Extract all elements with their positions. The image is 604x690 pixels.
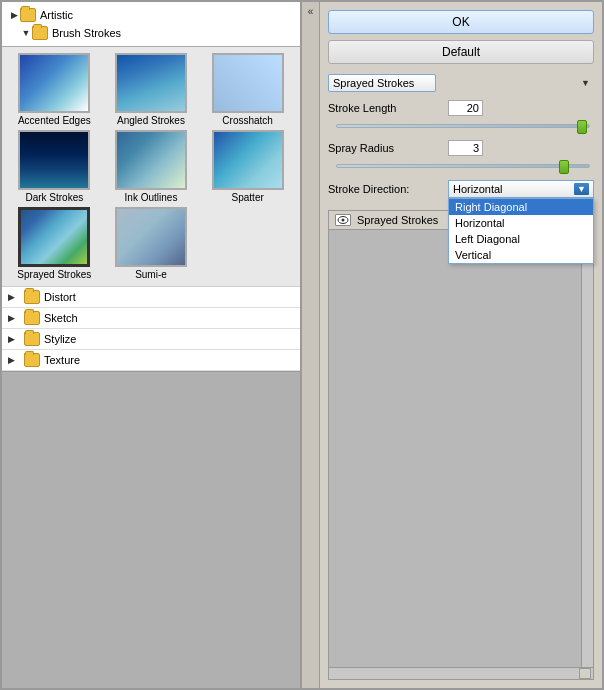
spray-radius-slider-row <box>328 164 594 168</box>
filter-select-wrapper: Sprayed Strokes <box>328 74 594 92</box>
thumb-img-accented <box>18 53 90 113</box>
thumb-label-accented: Accented Edges <box>18 115 91 126</box>
folder-icon-texture <box>24 353 40 367</box>
arrow-texture: ▶ <box>8 355 20 365</box>
filter-preview-section: Sprayed Strokes <box>328 210 594 680</box>
direction-dropdown-arrow: ▼ <box>574 183 589 195</box>
arrow-brush-strokes: ▼ <box>20 27 32 39</box>
left-panel: ▶ Artistic ▼ Brush Strokes Accented Edge… <box>2 2 302 688</box>
direction-selected-text: Horizontal <box>453 183 503 195</box>
thumbnail-grid: Accented Edges Angled Strokes Crosshatch… <box>2 47 300 286</box>
thumb-crosshatch[interactable]: Crosshatch <box>201 53 294 126</box>
thumb-img-spatter <box>212 130 284 190</box>
spray-radius-thumb <box>559 160 569 174</box>
spray-radius-input[interactable] <box>448 140 483 156</box>
scrollbar-corner <box>579 668 591 679</box>
thumb-spatter[interactable]: Spatter <box>201 130 294 203</box>
thumb-sumie[interactable]: Sumi-e <box>105 207 198 280</box>
filter-select[interactable]: Sprayed Strokes <box>328 74 436 92</box>
stroke-length-label: Stroke Length <box>328 102 448 114</box>
stroke-direction-wrapper: Horizontal ▼ Right Diagonal Horizontal L… <box>448 180 594 198</box>
filter-preview-inner <box>329 230 593 667</box>
category-list: ▶ Distort ▶ Sketch ▶ Stylize ▶ Texture <box>2 286 300 371</box>
thumb-label-dark: Dark Strokes <box>25 192 83 203</box>
stroke-length-slider-row <box>328 124 594 128</box>
stroke-length-row: Stroke Length <box>328 100 594 116</box>
visibility-icon[interactable] <box>335 214 351 226</box>
thumb-label-angled: Angled Strokes <box>117 115 185 126</box>
default-button[interactable]: Default <box>328 40 594 64</box>
arrow-sketch: ▶ <box>8 313 20 323</box>
tree-item-brush-strokes[interactable]: ▼ Brush Strokes <box>2 24 300 42</box>
folder-icon-sketch <box>24 311 40 325</box>
arrow-distort: ▶ <box>8 292 20 302</box>
left-preview-area <box>2 371 300 688</box>
direction-option-horizontal[interactable]: Horizontal <box>449 215 593 231</box>
spray-radius-track[interactable] <box>336 164 590 168</box>
thumb-placeholder <box>201 207 273 280</box>
sketch-label: Sketch <box>44 312 78 324</box>
category-texture[interactable]: ▶ Texture <box>2 350 300 371</box>
category-sketch[interactable]: ▶ Sketch <box>2 308 300 329</box>
direction-option-right-diagonal[interactable]: Right Diagonal <box>449 199 593 215</box>
thumb-img-angled <box>115 53 187 113</box>
texture-label: Texture <box>44 354 80 366</box>
thumb-ink-outlines[interactable]: Ink Outlines <box>105 130 198 203</box>
thumb-label-ink: Ink Outlines <box>125 192 178 203</box>
thumb-sprayed-strokes[interactable]: Sprayed Strokes <box>8 207 101 280</box>
stylize-label: Stylize <box>44 333 76 345</box>
filter-dropdown-row: Sprayed Strokes <box>328 74 594 92</box>
thumb-label-sumie: Sumi-e <box>135 269 167 280</box>
category-distort[interactable]: ▶ Distort <box>2 287 300 308</box>
stroke-length-thumb <box>577 120 587 134</box>
right-panel: « OK Default Sprayed Strokes Stroke Leng… <box>302 2 602 688</box>
stroke-direction-row: Stroke Direction: Horizontal ▼ Right Dia… <box>328 180 594 198</box>
thumb-label-sprayed: Sprayed Strokes <box>17 269 91 280</box>
spray-radius-label: Spray Radius <box>328 142 448 154</box>
brush-strokes-label: Brush Strokes <box>52 27 121 39</box>
folder-icon-stylize <box>24 332 40 346</box>
direction-dropdown-list: Right Diagonal Horizontal Left Diagonal … <box>448 198 594 264</box>
folder-icon-distort <box>24 290 40 304</box>
preview-vertical-scrollbar[interactable] <box>581 230 593 667</box>
direction-option-vertical[interactable]: Vertical <box>449 247 593 263</box>
thumb-dark-strokes[interactable]: Dark Strokes <box>8 130 101 203</box>
direction-selected[interactable]: Horizontal ▼ <box>448 180 594 198</box>
folder-icon-brush-strokes <box>32 26 48 40</box>
thumb-img-sprayed <box>18 207 90 267</box>
direction-option-left-diagonal[interactable]: Left Diagonal <box>449 231 593 247</box>
filter-preview-label: Sprayed Strokes <box>357 214 438 226</box>
thumb-label-spatter: Spatter <box>232 192 264 203</box>
stroke-direction-label: Stroke Direction: <box>328 180 448 195</box>
tree-item-artistic[interactable]: ▶ Artistic <box>2 6 300 24</box>
filter-tree: ▶ Artistic ▼ Brush Strokes <box>2 2 300 47</box>
thumb-img-crosshatch <box>212 53 284 113</box>
spray-radius-row: Spray Radius <box>328 140 594 156</box>
thumb-img-dark <box>18 130 90 190</box>
svg-point-1 <box>342 219 345 222</box>
thumb-img-sumie <box>115 207 187 267</box>
arrow-artistic: ▶ <box>8 9 20 21</box>
collapse-button[interactable]: « <box>302 2 320 688</box>
thumb-label-crosshatch: Crosshatch <box>222 115 273 126</box>
category-stylize[interactable]: ▶ Stylize <box>2 329 300 350</box>
ok-button[interactable]: OK <box>328 10 594 34</box>
folder-icon-artistic <box>20 8 36 22</box>
distort-label: Distort <box>44 291 76 303</box>
filter-preview-body <box>329 230 581 667</box>
thumb-angled-strokes[interactable]: Angled Strokes <box>105 53 198 126</box>
thumb-accented-edges[interactable]: Accented Edges <box>8 53 101 126</box>
stroke-length-track[interactable] <box>336 124 590 128</box>
filter-preview-scrollbar[interactable] <box>329 667 593 679</box>
right-content-area: OK Default Sprayed Strokes Stroke Length… <box>320 2 602 688</box>
thumb-img-ink <box>115 130 187 190</box>
stroke-length-input[interactable] <box>448 100 483 116</box>
arrow-stylize: ▶ <box>8 334 20 344</box>
artistic-label: Artistic <box>40 9 73 21</box>
collapse-arrows-icon: « <box>308 6 314 17</box>
